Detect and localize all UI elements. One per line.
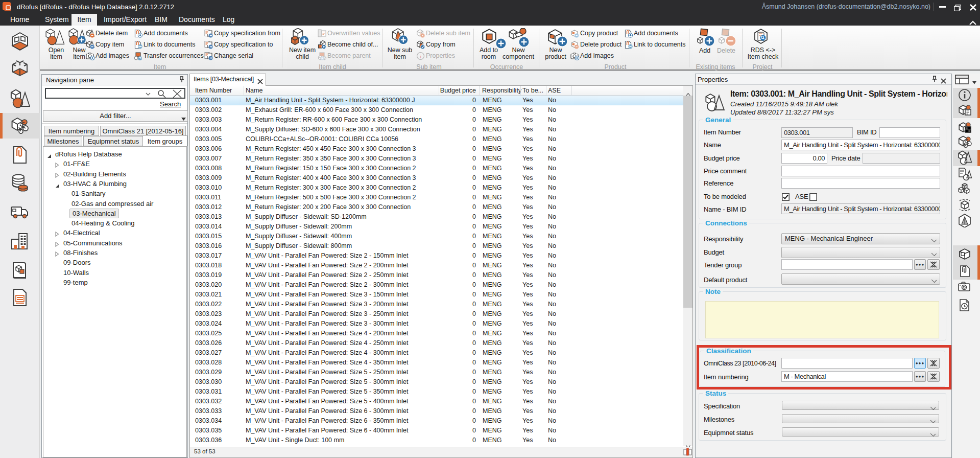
svg-text:i: i [420,53,421,59]
